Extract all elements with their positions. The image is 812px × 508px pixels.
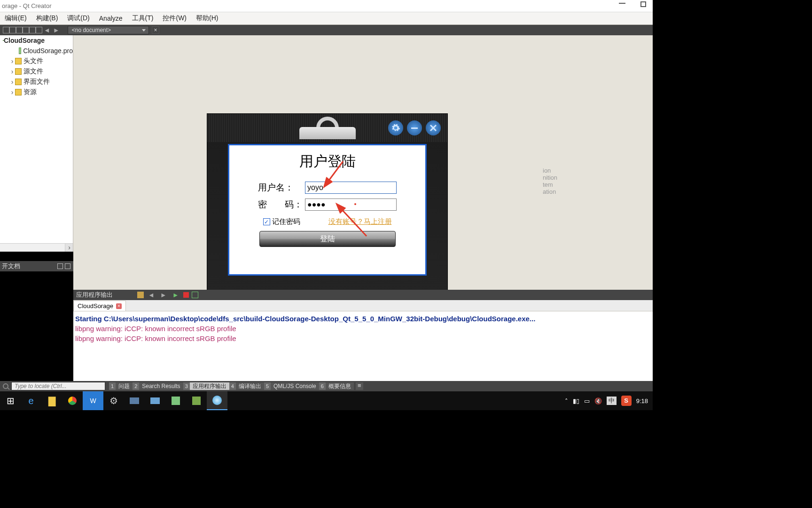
tree-item-forms[interactable]: › 界面文件: [0, 77, 73, 87]
close-document-icon[interactable]: ×: [152, 26, 159, 34]
login-app-window: 用户登陆 用户名： 密 码： ✓ 记住密码 没有账号？马上注册 登陆: [207, 113, 448, 295]
username-input[interactable]: [305, 182, 397, 194]
close-pane-icon[interactable]: [36, 27, 42, 33]
pane-num[interactable]: 3: [183, 382, 190, 390]
nav-fwd-icon[interactable]: ►: [53, 26, 60, 34]
pane-compile[interactable]: 编译输出: [236, 382, 264, 390]
document-combo[interactable]: <no document>: [68, 26, 149, 34]
tree-item-headers[interactable]: › 头文件: [0, 56, 73, 66]
pro-file-label: CloudSorage.pro: [23, 47, 73, 55]
console-line-warning: libpng warning: iCCP: known incorrect sR…: [75, 334, 236, 342]
pane-num[interactable]: 6: [319, 382, 326, 390]
tree-h-scrollbar[interactable]: ›: [0, 243, 73, 252]
tree-item-profile[interactable]: CloudSorage.pro: [0, 46, 73, 56]
register-link[interactable]: 没有账号？马上注册: [328, 217, 392, 226]
taskbar-qtcreator-icon[interactable]: [186, 391, 207, 410]
application-output-console[interactable]: Starting C:\Users\superman\Desktop\code\…: [73, 311, 653, 381]
menu-analyze[interactable]: Analyze: [94, 15, 127, 22]
pro-file-icon: [19, 48, 21, 54]
taskbar-app3-icon[interactable]: [165, 391, 186, 410]
prev-icon[interactable]: ◄: [148, 291, 155, 299]
add-icon[interactable]: [23, 27, 29, 33]
output-tab-cloudsorage[interactable]: CloudSorage ×: [73, 301, 126, 311]
window-maximize-icon[interactable]: [640, 1, 646, 7]
pin-icon[interactable]: [137, 292, 144, 298]
pane-search[interactable]: Search Results: [139, 382, 183, 390]
expand-icon[interactable]: ›: [10, 57, 14, 65]
stop-icon[interactable]: [183, 292, 189, 298]
password-input[interactable]: [305, 198, 397, 211]
tray-sogou-icon[interactable]: S: [621, 396, 632, 406]
close-pane-icon[interactable]: [65, 263, 70, 269]
menu-debug[interactable]: 调试(D): [62, 14, 94, 23]
menu-widgets[interactable]: 控件(W): [158, 14, 191, 23]
tray-clock[interactable]: 9:18: [636, 397, 648, 405]
background-code-fragment: ion nition tem ation: [543, 167, 651, 195]
password-label: 密 码：: [258, 198, 305, 211]
login-button[interactable]: 登陆: [259, 231, 396, 247]
taskbar-edge-icon[interactable]: e: [21, 391, 41, 410]
next-icon[interactable]: ►: [160, 291, 167, 299]
pane-num[interactable]: 2: [133, 382, 139, 390]
menu-tools[interactable]: 工具(T): [127, 14, 158, 23]
filter-icon[interactable]: [3, 27, 9, 33]
remember-password-checkbox[interactable]: ✓ 记住密码: [263, 217, 300, 226]
pane-num[interactable]: 1: [109, 382, 116, 390]
open-documents-bar[interactable]: 开文档: [0, 261, 73, 271]
pane-qml[interactable]: QML/JS Console: [271, 382, 319, 390]
output-tab-label: CloudSorage: [78, 302, 113, 310]
taskbar-start-icon[interactable]: ⊞: [0, 391, 21, 410]
output-pane-toolbar: 应用程序输出 ◄ ► ►: [73, 290, 653, 300]
login-titlebar[interactable]: [207, 114, 447, 142]
menu-build[interactable]: 构建(B): [31, 14, 63, 23]
taskbar-explorer-icon[interactable]: ▇: [41, 391, 62, 410]
open-docs-label: 开文档: [2, 262, 20, 270]
pane-app-output[interactable]: 应用程序输出: [190, 382, 229, 390]
taskbar-app1-icon[interactable]: [124, 391, 145, 410]
split-h-icon[interactable]: [57, 263, 63, 269]
menu-edit[interactable]: 编辑(E): [0, 14, 31, 23]
tree-item-sources[interactable]: › 源文件: [0, 66, 73, 77]
sync-icon[interactable]: [9, 27, 16, 33]
tray-volume-icon[interactable]: 🔇: [594, 397, 602, 405]
tray-network-icon[interactable]: ▭: [584, 397, 590, 405]
window-minimize-icon[interactable]: [619, 3, 625, 4]
tray-ime-indicator[interactable]: 中: [607, 397, 617, 405]
close-icon[interactable]: [426, 120, 441, 135]
menu-help[interactable]: 帮助(H): [191, 14, 223, 23]
pane-issues[interactable]: 问题: [116, 382, 133, 390]
expand-icon[interactable]: [16, 27, 23, 33]
menu-bar: 编辑(E) 构建(B) 调试(D) Analyze 工具(T) 控件(W) 帮助…: [0, 12, 653, 25]
settings-gear-icon[interactable]: [388, 120, 403, 135]
pane-general[interactable]: 概要信息: [326, 382, 354, 390]
project-name: CloudSorage: [4, 37, 45, 44]
taskbar-settings-icon[interactable]: ⚙: [103, 391, 124, 410]
tray-battery-icon[interactable]: ▮▯: [573, 397, 579, 405]
folder-label: 资源: [23, 88, 37, 96]
expand-icon[interactable]: ›: [10, 88, 14, 96]
editor-toolbar: ◄ ► <no document> ×: [0, 25, 653, 35]
expand-icon[interactable]: ›: [10, 78, 14, 86]
locator-input[interactable]: [11, 382, 105, 390]
pane-num[interactable]: 4: [229, 382, 236, 390]
expand-icon[interactable]: ›: [10, 68, 14, 75]
tree-item-resources[interactable]: › 资源: [0, 87, 73, 97]
close-tab-icon[interactable]: ×: [116, 303, 122, 309]
panes-more-icon[interactable]: ≡: [356, 382, 363, 390]
run-icon[interactable]: ►: [172, 291, 179, 299]
taskbar-chrome-icon[interactable]: [62, 391, 83, 410]
output-pane-switcher: 1问题 2Search Results 3应用程序输出 4编译输出 5QML/J…: [109, 382, 363, 390]
taskbar-app2-icon[interactable]: [145, 391, 165, 410]
scroll-right-icon[interactable]: ›: [65, 244, 73, 252]
rerun-icon[interactable]: [192, 292, 198, 298]
svg-rect-0: [411, 127, 418, 129]
taskbar-running-app-icon[interactable]: [207, 391, 227, 410]
minimize-icon[interactable]: [407, 120, 422, 135]
folder-label: 界面文件: [23, 78, 50, 86]
pane-num[interactable]: 5: [264, 382, 271, 390]
tray-chevron-icon[interactable]: ˄: [565, 397, 568, 405]
nav-back-icon[interactable]: ◄: [44, 26, 50, 34]
tree-root-project[interactable]: CloudSorage: [0, 35, 73, 46]
split-icon[interactable]: [29, 27, 36, 33]
taskbar-wps-icon[interactable]: W: [83, 391, 103, 410]
